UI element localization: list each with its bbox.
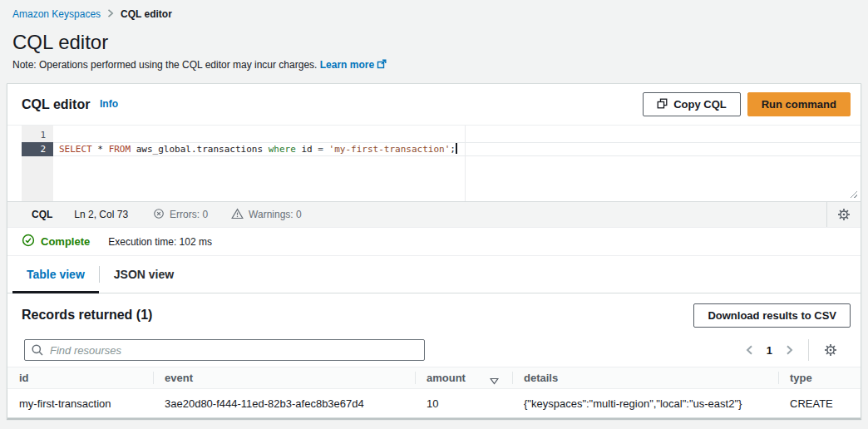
- code-editor[interactable]: 1 2 SELECT * FROM aws_global.transaction…: [22, 126, 861, 201]
- sort-descending-icon: [490, 375, 499, 387]
- editor-status-bar: CQL Ln 2, Col 73 Errors: 0 Warnings: 0: [7, 201, 861, 228]
- line-number-2-active: 2: [22, 142, 53, 156]
- cql-editor-header: CQL editor Info Copy CQL Run command: [7, 84, 861, 126]
- divider: [808, 339, 809, 361]
- run-command-button[interactable]: Run command: [747, 92, 851, 116]
- code-token: 'my-first-transaction': [329, 144, 451, 155]
- code-token: where: [269, 144, 296, 155]
- previous-page-button[interactable]: [739, 343, 760, 357]
- panel-title: CQL editor: [22, 97, 90, 111]
- column-divider: [153, 372, 154, 384]
- column-divider: [778, 372, 779, 384]
- results-section: Records returned (1) Download results to…: [7, 293, 861, 418]
- column-header-id[interactable]: id: [7, 367, 153, 388]
- column-header-event[interactable]: event: [153, 367, 415, 388]
- tab-table-view[interactable]: Table view: [12, 256, 99, 293]
- column-header-amount[interactable]: amount: [415, 367, 512, 388]
- tab-json-view[interactable]: JSON view: [100, 256, 188, 293]
- editor-language: CQL: [32, 209, 52, 220]
- external-link-icon: [377, 59, 387, 72]
- table-preferences-gear-icon[interactable]: [814, 343, 847, 357]
- cell-type: CREATE: [778, 389, 861, 417]
- copy-icon: [657, 98, 668, 111]
- results-toolbar: 1: [7, 333, 861, 367]
- code-line-1: [53, 128, 861, 142]
- breadcrumb-current: CQL editor: [121, 8, 172, 20]
- page-note: Note: Operations performed using the CQL…: [12, 59, 868, 72]
- search-box: [24, 339, 425, 361]
- code-token: =: [318, 144, 328, 155]
- cell-details: {"keyspaces":"multi-region","local":"us-…: [512, 389, 778, 417]
- editor-settings-gear-icon[interactable]: [827, 208, 861, 221]
- code-token: aws_global.transactions: [131, 144, 269, 155]
- warnings-status: Warnings: 0: [231, 208, 302, 222]
- success-check-icon: [22, 234, 35, 249]
- table-row: my-first-transaction 3ae20d80-f444-11ed-…: [7, 389, 861, 418]
- records-returned-title: Records returned (1): [22, 308, 152, 323]
- learn-more-link[interactable]: Learn more: [320, 59, 387, 71]
- page-title: CQL editor: [12, 31, 868, 54]
- column-divider: [512, 372, 513, 384]
- code-token: id: [296, 144, 318, 155]
- errors-status: Errors: 0: [153, 208, 208, 222]
- code-token: ;: [450, 144, 456, 155]
- cell-amount: 10: [415, 389, 512, 417]
- code-token: FROM: [109, 144, 131, 155]
- column-header-type[interactable]: type: [778, 367, 861, 388]
- code-token: *: [92, 144, 109, 155]
- execution-status-row: Complete Execution time: 102 ms: [7, 228, 861, 256]
- find-resources-input[interactable]: [24, 339, 425, 361]
- code-area[interactable]: SELECT * FROM aws_global.transactions wh…: [53, 126, 861, 201]
- chevron-right-icon: [107, 8, 114, 20]
- search-icon: [31, 343, 44, 359]
- copy-cql-button[interactable]: Copy CQL: [643, 92, 741, 116]
- column-header-details[interactable]: details: [512, 367, 778, 388]
- cursor-position: Ln 2, Col 73: [74, 209, 128, 220]
- execution-state: Complete: [41, 235, 90, 248]
- info-link[interactable]: Info: [100, 98, 118, 110]
- execution-time: Execution time: 102 ms: [108, 236, 212, 248]
- page-note-text: Note: Operations performed using the CQL…: [12, 59, 317, 71]
- table-header-row: id event amount details type: [7, 367, 861, 389]
- cql-editor-panel: CQL editor Info Copy CQL Run command 1 2…: [7, 83, 861, 419]
- breadcrumb: Amazon Keyspaces CQL editor: [0, 0, 868, 20]
- text-cursor: [456, 143, 457, 154]
- line-number-1: 1: [22, 128, 53, 142]
- page-bottom-spacer: [0, 419, 868, 429]
- breadcrumb-link-amazon-keyspaces[interactable]: Amazon Keyspaces: [12, 8, 101, 20]
- run-command-label: Run command: [762, 98, 836, 111]
- error-circle-icon: [153, 208, 165, 222]
- cell-event: 3ae20d80-f444-11ed-82b3-afec8b3e67d4: [153, 389, 415, 417]
- next-page-button[interactable]: [779, 343, 800, 357]
- copy-cql-label: Copy CQL: [673, 98, 727, 111]
- active-tab-underline: [12, 291, 99, 293]
- code-line-2: SELECT * FROM aws_global.transactions wh…: [53, 142, 861, 156]
- warning-triangle-icon: [231, 208, 244, 222]
- download-csv-button[interactable]: Download results to CSV: [693, 303, 851, 328]
- code-token: SELECT: [59, 144, 92, 155]
- results-header: Records returned (1) Download results to…: [7, 293, 861, 333]
- column-divider: [415, 372, 416, 384]
- page-number-button[interactable]: 1: [760, 344, 779, 357]
- cell-id: my-first-transaction: [7, 389, 153, 417]
- editor-gutter: 1 2: [22, 126, 53, 201]
- pagination: 1: [739, 338, 847, 362]
- result-view-tabs: Table view JSON view: [7, 256, 861, 293]
